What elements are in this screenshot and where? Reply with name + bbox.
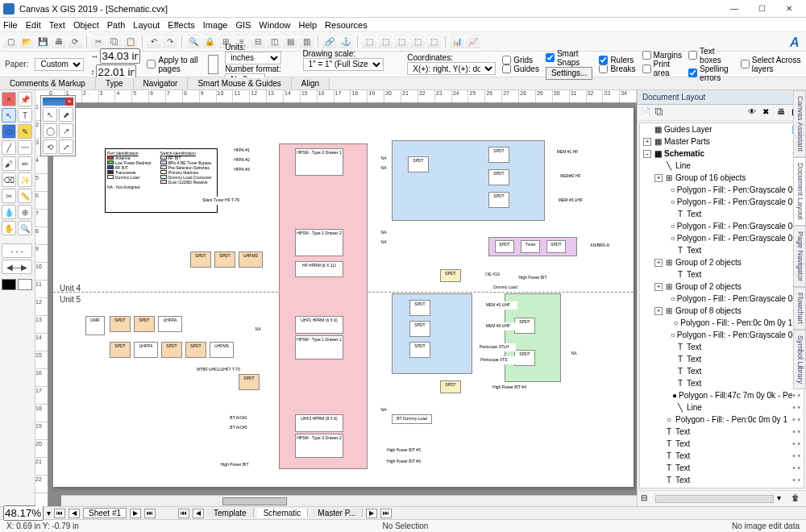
side-tab-symbol-library[interactable]: Symbol Library xyxy=(793,330,806,389)
guides-checkbox[interactable] xyxy=(502,64,511,73)
coord-select[interactable]: X(+): right, Y(+): down xyxy=(407,62,496,75)
tree-node[interactable]: ╲Line• • xyxy=(640,401,804,414)
tree-node[interactable]: ●Polygon - Fill:47c 7m 0y 0k - Pe• • xyxy=(640,389,804,401)
scale-select[interactable]: 1" = 1" (Full Size) xyxy=(303,58,384,71)
tree-node[interactable]: TText• • xyxy=(640,474,804,486)
tree-node[interactable]: ○Polygon - Fill: - Pen:Grayscale 0• • xyxy=(640,232,804,244)
tree-node[interactable]: ○Polygon - Fill: - Pen:0c 0m 0y 1• • xyxy=(640,317,804,329)
erase-tool[interactable]: ⌫ xyxy=(2,172,16,187)
refresh-icon[interactable]: ⟳ xyxy=(68,35,82,49)
menu-window[interactable]: Window xyxy=(259,20,290,30)
tab-comments-markup[interactable]: Comments & Markup xyxy=(0,77,96,89)
nav-next[interactable]: ▶ xyxy=(366,509,377,518)
eyedrop-tool[interactable]: 💧 xyxy=(2,205,16,219)
menu-object[interactable]: Object xyxy=(73,20,99,30)
stroke-dash[interactable]: - - - xyxy=(2,243,32,258)
lasso-tool[interactable]: ◯ xyxy=(43,123,57,138)
menu-gis[interactable]: GIS xyxy=(235,20,251,30)
menu-resources[interactable]: Resources xyxy=(325,20,368,30)
last-page-button[interactable]: ⏭ xyxy=(144,509,156,518)
picker-tool[interactable]: ⊕ xyxy=(18,205,32,219)
tree-node[interactable]: TText• • xyxy=(640,268,804,281)
tree-menu-icon[interactable]: ▾ xyxy=(777,493,788,505)
tree-node[interactable]: ○Polygon - Fill: - Pen:0c 0m 0y 1• • xyxy=(640,414,804,426)
canvas-viewport[interactable]: Port Identification Antenna Low Power Re… xyxy=(48,103,637,506)
tab-align[interactable]: Align xyxy=(292,77,330,89)
anchor-icon[interactable]: ⚓ xyxy=(339,35,353,49)
dup-layer-icon[interactable]: ⿻ xyxy=(655,107,667,118)
zoom-tool[interactable]: 🔍 xyxy=(18,221,32,235)
redo-icon[interactable]: ↷ xyxy=(163,35,177,49)
close-button[interactable]: ✕ xyxy=(775,1,803,17)
oval-tool[interactable]: ⬭ xyxy=(2,124,16,139)
hand-tool[interactable]: ✋ xyxy=(2,221,16,235)
menu-file[interactable]: File xyxy=(3,20,18,30)
zoom-in-icon[interactable]: 🔍 xyxy=(186,35,201,49)
textboxes-checkbox[interactable] xyxy=(688,51,697,60)
crop-tool[interactable]: ✂ xyxy=(2,189,16,203)
printarea-checkbox[interactable] xyxy=(642,64,651,73)
gis1-icon[interactable]: ⬚ xyxy=(362,35,376,49)
tree-scrollbar[interactable] xyxy=(655,495,774,503)
rulers-checkbox[interactable] xyxy=(599,56,608,64)
tab-type[interactable]: Type xyxy=(96,77,134,89)
eye-icon[interactable]: 👁 xyxy=(748,107,759,118)
text-tool[interactable]: T xyxy=(18,108,32,123)
tree-collapse-icon[interactable]: ⊟ xyxy=(641,493,652,505)
tree-node[interactable]: ○Polygon - Fill: - Pen:Grayscale 0• • xyxy=(640,293,804,305)
breaks-checkbox[interactable] xyxy=(599,64,608,73)
tree-node[interactable]: ╲Line• • xyxy=(640,160,804,172)
tree-node[interactable]: TText• • xyxy=(640,450,804,462)
tab-template[interactable]: Template xyxy=(207,509,254,517)
tree-node[interactable]: ○Polygon - Fill: - Pen:Grayscale 0• • xyxy=(640,184,804,196)
new-icon[interactable]: ▢ xyxy=(3,35,18,49)
stroke-swatch[interactable] xyxy=(18,279,32,290)
orientation-icon[interactable] xyxy=(208,55,219,74)
tree-node[interactable]: TText• • xyxy=(640,365,804,377)
prev-page-button[interactable]: ◀ xyxy=(69,509,80,518)
grids-checkbox[interactable] xyxy=(502,56,511,64)
settings-button[interactable]: Settings... xyxy=(546,67,592,80)
tree-node[interactable]: +⊞Group of 2 objects• • xyxy=(640,281,804,293)
copy-icon[interactable]: ⿻ xyxy=(107,35,122,49)
gis4-icon[interactable]: ⬚ xyxy=(410,35,425,49)
stroke-arrow[interactable]: ◀—▶ xyxy=(2,260,32,274)
nav-first[interactable]: ⏮ xyxy=(178,509,189,518)
paper-select[interactable]: Custom xyxy=(35,58,84,71)
paste-icon[interactable]: 📋 xyxy=(123,35,138,49)
first-page-button[interactable]: ⏮ xyxy=(54,509,65,518)
menu-help[interactable]: Help xyxy=(298,20,317,30)
side-tab-document-layout[interactable]: Document Layout xyxy=(793,157,806,226)
line-tool[interactable]: ╱ xyxy=(2,140,16,155)
print2-icon[interactable]: 🖶 xyxy=(777,107,788,118)
tree-node[interactable]: TText• • xyxy=(640,438,804,450)
measure-tool[interactable]: 📏 xyxy=(18,189,32,203)
tree-node[interactable]: +⊞Group of 16 objects• • xyxy=(640,172,804,184)
tab-schematic[interactable]: Schematic xyxy=(257,509,309,517)
tree-node[interactable]: +⊞Group of 3 objects• • xyxy=(640,486,804,488)
lock-icon[interactable]: 🔒 xyxy=(202,35,217,49)
select-tool[interactable]: ↖ xyxy=(2,108,16,123)
spelling-checkbox[interactable] xyxy=(688,69,697,77)
scale-tool[interactable]: ⤢ xyxy=(59,139,73,154)
tree-node[interactable]: ○Polygon - Fill: - Pen:Grayscale 0• • xyxy=(640,329,804,341)
direct-select-tool[interactable]: ⬈ xyxy=(59,107,73,122)
tree-node[interactable]: TText• • xyxy=(640,377,804,389)
zoom-dropdown-icon[interactable]: ▾ xyxy=(47,509,51,517)
node-tool[interactable]: ↗ xyxy=(59,123,73,138)
menu-image[interactable]: Image xyxy=(203,20,228,30)
margins-checkbox[interactable] xyxy=(642,51,651,60)
lock2-icon[interactable]: ✖ xyxy=(762,107,774,118)
menu-effects[interactable]: Effects xyxy=(168,20,194,30)
undo-icon[interactable]: ↶ xyxy=(147,35,161,49)
chart2-icon[interactable]: 📈 xyxy=(466,35,480,49)
pencil-tool[interactable]: ✏ xyxy=(18,156,32,171)
nav-last[interactable]: ⏭ xyxy=(380,509,392,518)
float-close-icon[interactable]: × xyxy=(65,98,73,106)
zoom-input[interactable] xyxy=(3,505,44,521)
pin-icon[interactable]: 📌 xyxy=(18,92,32,106)
smartsnaps-checkbox[interactable] xyxy=(546,53,555,62)
tree-node[interactable]: TText• • xyxy=(640,462,804,474)
units-select[interactable]: inches xyxy=(225,52,281,64)
minimize-button[interactable]: — xyxy=(721,1,748,17)
